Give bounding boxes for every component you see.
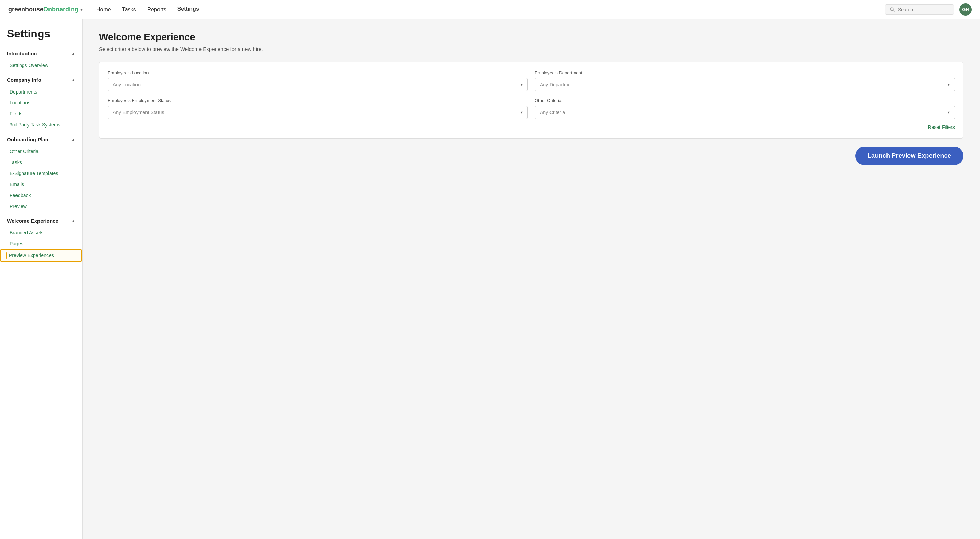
sidebar-section-label-onboarding-plan: Onboarding Plan (7, 137, 48, 142)
sidebar-item-tasks[interactable]: Tasks (0, 157, 82, 168)
sidebar-item-branded-assets[interactable]: Branded Assets (0, 227, 82, 238)
logo-greenhouse-text: greenhouse (8, 6, 43, 13)
svg-line-1 (893, 10, 894, 12)
filter-label-location: Employee's Location (108, 70, 528, 75)
filter-select-employment-status-value: Any Employment Status (113, 110, 164, 115)
filter-label-department: Employee's Department (535, 70, 955, 75)
filter-group-other-criteria: Other Criteria Any Criteria ▾ (535, 98, 955, 119)
chevron-up-icon-company: ▲ (71, 78, 75, 83)
dropdown-arrow-criteria-icon: ▾ (948, 110, 950, 115)
filter-label-employment-status: Employee's Employment Status (108, 98, 528, 103)
filter-group-employment-status: Employee's Employment Status Any Employm… (108, 98, 528, 119)
sidebar-item-emails[interactable]: Emails (0, 179, 82, 190)
filter-select-employment-status[interactable]: Any Employment Status ▾ (108, 106, 528, 119)
sidebar-section-label-company-info: Company Info (7, 77, 41, 83)
sidebar-item-departments[interactable]: Departments (0, 86, 82, 97)
logo-dropdown-icon[interactable]: ▾ (81, 7, 83, 12)
sidebar-item-settings-overview[interactable]: Settings Overview (0, 60, 82, 71)
sidebar: Settings Introduction ▲ Settings Overvie… (0, 19, 83, 539)
filter-label-other-criteria: Other Criteria (535, 98, 955, 103)
launch-preview-button[interactable]: Launch Preview Experience (855, 147, 964, 165)
main-page-subtitle: Select criteria below to preview the Wel… (99, 46, 964, 52)
sidebar-item-3rd-party[interactable]: 3rd-Party Task Systems (0, 119, 82, 130)
filter-select-location-value: Any Location (113, 82, 141, 87)
filter-select-department[interactable]: Any Department ▾ (535, 78, 955, 91)
nav-home[interactable]: Home (96, 6, 111, 13)
filter-select-other-criteria[interactable]: Any Criteria ▾ (535, 106, 955, 119)
nav-settings[interactable]: Settings (177, 6, 199, 13)
main-page-title: Welcome Experience (99, 32, 964, 43)
nav-reports[interactable]: Reports (147, 6, 166, 13)
dropdown-arrow-employment-icon: ▾ (520, 110, 523, 115)
sidebar-section-header-onboarding-plan[interactable]: Onboarding Plan ▲ (0, 133, 82, 146)
sidebar-section-header-introduction[interactable]: Introduction ▲ (0, 47, 82, 60)
dropdown-arrow-location-icon: ▾ (520, 82, 523, 87)
reset-filters-link[interactable]: Reset Filters (928, 124, 955, 130)
chevron-up-icon: ▲ (71, 51, 75, 56)
logo-onboarding-text: Onboarding (43, 6, 78, 13)
sidebar-section-introduction: Introduction ▲ Settings Overview (0, 47, 82, 71)
sidebar-section-label-introduction: Introduction (7, 51, 37, 56)
filter-select-department-value: Any Department (540, 82, 574, 87)
app-layout: Settings Introduction ▲ Settings Overvie… (0, 19, 980, 539)
sidebar-item-fields[interactable]: Fields (0, 108, 82, 119)
sidebar-item-locations[interactable]: Locations (0, 97, 82, 108)
sidebar-item-feedback[interactable]: Feedback (0, 190, 82, 201)
top-navigation: greenhouse Onboarding ▾ Home Tasks Repor… (0, 0, 980, 19)
sidebar-section-onboarding-plan: Onboarding Plan ▲ Other Criteria Tasks E… (0, 133, 82, 212)
filter-select-other-criteria-value: Any Criteria (540, 110, 565, 115)
chevron-up-icon-welcome: ▲ (71, 219, 75, 223)
sidebar-items-company-info: Departments Locations Fields 3rd-Party T… (0, 86, 82, 130)
sidebar-items-introduction: Settings Overview (0, 60, 82, 71)
main-content: Welcome Experience Select criteria below… (83, 19, 980, 539)
sidebar-item-preview[interactable]: Preview (0, 201, 82, 212)
logo[interactable]: greenhouse Onboarding ▾ (8, 6, 83, 13)
nav-right: GH (885, 3, 972, 16)
sidebar-section-company-info: Company Info ▲ Departments Locations Fie… (0, 73, 82, 130)
filter-card: Employee's Location Any Location ▾ Emplo… (99, 62, 964, 138)
avatar[interactable]: GH (959, 3, 972, 16)
filter-grid: Employee's Location Any Location ▾ Emplo… (108, 70, 955, 119)
search-icon (889, 7, 895, 13)
sidebar-item-pages[interactable]: Pages (0, 238, 82, 249)
sidebar-item-preview-experiences[interactable]: Preview Experiences (0, 249, 82, 262)
filter-select-location[interactable]: Any Location ▾ (108, 78, 528, 91)
filter-group-department: Employee's Department Any Department ▾ (535, 70, 955, 91)
sidebar-section-label-welcome-experience: Welcome Experience (7, 218, 59, 224)
nav-tasks[interactable]: Tasks (122, 6, 136, 13)
filter-group-location: Employee's Location Any Location ▾ (108, 70, 528, 91)
launch-section: Launch Preview Experience (99, 147, 964, 165)
sidebar-items-onboarding-plan: Other Criteria Tasks E-Signature Templat… (0, 146, 82, 212)
search-box[interactable] (885, 5, 954, 15)
filter-footer: Reset Filters (108, 124, 955, 130)
sidebar-section-header-company-info[interactable]: Company Info ▲ (0, 73, 82, 86)
page-title: Settings (0, 27, 82, 47)
sidebar-section-welcome-experience: Welcome Experience ▲ Branded Assets Page… (0, 215, 82, 262)
search-input[interactable] (898, 7, 950, 13)
nav-links: Home Tasks Reports Settings (96, 6, 885, 13)
sidebar-items-welcome-experience: Branded Assets Pages Preview Experiences (0, 227, 82, 262)
sidebar-item-esignature[interactable]: E-Signature Templates (0, 168, 82, 179)
chevron-up-icon-onboarding: ▲ (71, 137, 75, 142)
sidebar-item-other-criteria[interactable]: Other Criteria (0, 146, 82, 157)
dropdown-arrow-department-icon: ▾ (948, 82, 950, 87)
sidebar-section-header-welcome-experience[interactable]: Welcome Experience ▲ (0, 215, 82, 227)
